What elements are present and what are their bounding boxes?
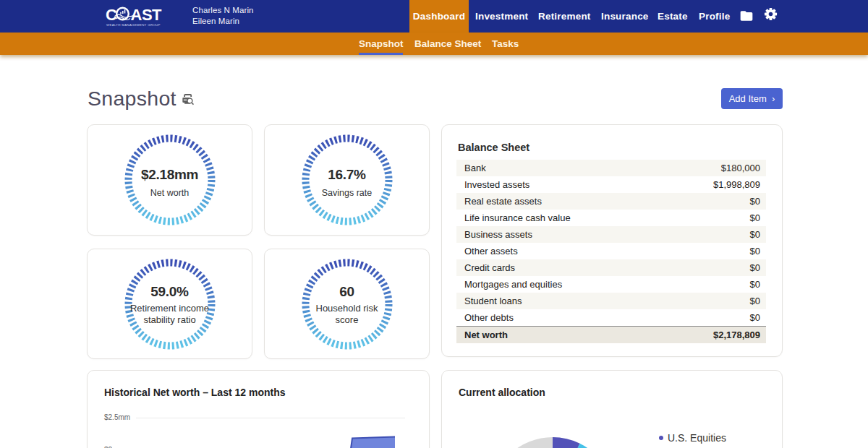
svg-text:C: C	[106, 6, 117, 24]
svg-text:WEALTH MANAGEMENT GROUP: WEALTH MANAGEMENT GROUP	[106, 23, 161, 27]
svg-text:AST: AST	[131, 6, 163, 24]
